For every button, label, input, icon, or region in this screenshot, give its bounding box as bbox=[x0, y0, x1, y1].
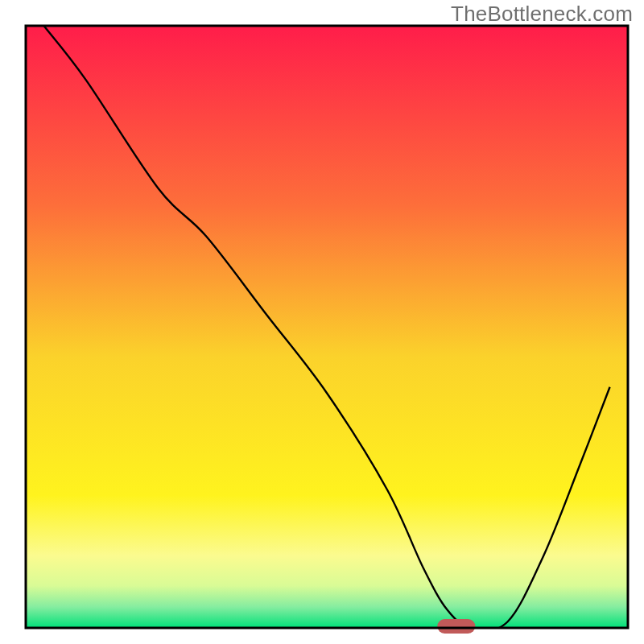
chart-container: TheBottleneck.com bbox=[0, 0, 644, 644]
gradient-background bbox=[26, 26, 628, 628]
watermark-text: TheBottleneck.com bbox=[451, 2, 633, 27]
chart-plot bbox=[0, 0, 644, 644]
optimal-marker bbox=[437, 619, 475, 634]
